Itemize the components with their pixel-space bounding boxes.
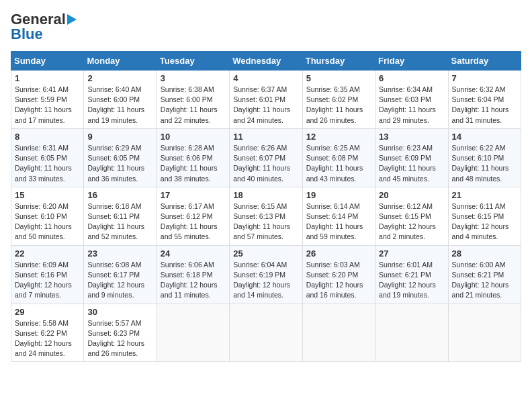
calendar-cell: 16Sunrise: 6:18 AMSunset: 6:11 PMDayligh… <box>84 187 157 245</box>
calendar-table: SundayMondayTuesdayWednesdayThursdayFrid… <box>11 51 521 362</box>
cell-content: Sunrise: 6:11 AMSunset: 6:15 PMDaylight:… <box>452 201 517 242</box>
calendar-cell: 4Sunrise: 6:37 AMSunset: 6:01 PMDaylight… <box>230 71 302 129</box>
day-number: 21 <box>452 190 517 200</box>
calendar-cell: 17Sunrise: 6:17 AMSunset: 6:12 PMDayligh… <box>157 187 229 245</box>
day-number: 26 <box>306 248 371 259</box>
day-number: 28 <box>452 248 517 259</box>
cell-content: Sunrise: 5:57 AMSunset: 6:23 PMDaylight:… <box>87 318 152 359</box>
cell-content: Sunrise: 6:03 AMSunset: 6:20 PMDaylight:… <box>306 260 371 301</box>
calendar-cell: 10Sunrise: 6:28 AMSunset: 6:06 PMDayligh… <box>157 128 229 187</box>
day-number: 12 <box>306 132 371 142</box>
day-header-sunday: Sunday <box>11 52 84 71</box>
day-number: 27 <box>379 248 444 259</box>
day-number: 3 <box>161 73 226 83</box>
calendar-cell: 22Sunrise: 6:09 AMSunset: 6:16 PMDayligh… <box>11 245 84 304</box>
calendar-cell <box>448 304 521 362</box>
day-number: 5 <box>306 73 371 83</box>
calendar-cell: 23Sunrise: 6:08 AMSunset: 6:17 PMDayligh… <box>84 245 157 304</box>
cell-content: Sunrise: 6:17 AMSunset: 6:12 PMDaylight:… <box>161 201 226 242</box>
calendar-cell: 1Sunrise: 6:41 AMSunset: 5:59 PMDaylight… <box>11 71 84 129</box>
cell-content: Sunrise: 6:32 AMSunset: 6:04 PMDaylight:… <box>452 85 517 126</box>
cell-content: Sunrise: 6:34 AMSunset: 6:03 PMDaylight:… <box>379 85 444 126</box>
day-number: 6 <box>379 73 444 83</box>
calendar-cell: 2Sunrise: 6:40 AMSunset: 6:00 PMDaylight… <box>84 71 157 129</box>
cell-content: Sunrise: 6:40 AMSunset: 6:00 PMDaylight:… <box>87 85 152 126</box>
day-number: 29 <box>15 307 80 317</box>
cell-content: Sunrise: 6:00 AMSunset: 6:21 PMDaylight:… <box>452 260 517 301</box>
day-number: 11 <box>233 132 298 142</box>
logo-arrow-icon <box>67 14 77 25</box>
calendar-cell: 29Sunrise: 5:58 AMSunset: 6:22 PMDayligh… <box>11 304 84 362</box>
day-number: 1 <box>15 73 80 83</box>
day-number: 30 <box>87 307 152 317</box>
day-number: 13 <box>379 132 444 142</box>
day-number: 4 <box>233 73 298 83</box>
calendar-cell: 18Sunrise: 6:15 AMSunset: 6:13 PMDayligh… <box>230 187 302 245</box>
cell-content: Sunrise: 6:08 AMSunset: 6:17 PMDaylight:… <box>87 260 152 301</box>
cell-content: Sunrise: 6:41 AMSunset: 5:59 PMDaylight:… <box>15 85 80 126</box>
day-number: 8 <box>15 132 80 142</box>
day-number: 23 <box>87 248 152 259</box>
cell-content: Sunrise: 6:04 AMSunset: 6:19 PMDaylight:… <box>233 260 298 301</box>
calendar-week-4: 22Sunrise: 6:09 AMSunset: 6:16 PMDayligh… <box>11 245 521 304</box>
cell-content: Sunrise: 6:01 AMSunset: 6:21 PMDaylight:… <box>379 260 444 301</box>
cell-content: Sunrise: 6:29 AMSunset: 6:05 PMDaylight:… <box>87 143 152 184</box>
cell-content: Sunrise: 6:15 AMSunset: 6:13 PMDaylight:… <box>233 201 298 242</box>
calendar-week-5: 29Sunrise: 5:58 AMSunset: 6:22 PMDayligh… <box>11 304 521 362</box>
calendar-cell <box>375 304 448 362</box>
calendar-week-1: 1Sunrise: 6:41 AMSunset: 5:59 PMDaylight… <box>11 71 521 129</box>
calendar-cell: 6Sunrise: 6:34 AMSunset: 6:03 PMDaylight… <box>375 71 448 129</box>
day-number: 20 <box>379 190 444 200</box>
calendar-cell: 12Sunrise: 6:25 AMSunset: 6:08 PMDayligh… <box>302 128 375 187</box>
cell-content: Sunrise: 5:58 AMSunset: 6:22 PMDaylight:… <box>15 318 80 359</box>
logo: General Blue <box>11 11 77 43</box>
cell-content: Sunrise: 6:35 AMSunset: 6:02 PMDaylight:… <box>306 85 371 126</box>
calendar-cell: 19Sunrise: 6:14 AMSunset: 6:14 PMDayligh… <box>302 187 375 245</box>
calendar-header: SundayMondayTuesdayWednesdayThursdayFrid… <box>11 52 521 71</box>
calendar-cell: 13Sunrise: 6:23 AMSunset: 6:09 PMDayligh… <box>375 128 448 187</box>
day-header-thursday: Thursday <box>302 52 375 71</box>
calendar-cell: 11Sunrise: 6:26 AMSunset: 6:07 PMDayligh… <box>230 128 302 187</box>
page-header: General Blue <box>11 11 521 43</box>
logo-blue: Blue <box>11 26 43 43</box>
day-number: 17 <box>161 190 226 200</box>
calendar-cell: 28Sunrise: 6:00 AMSunset: 6:21 PMDayligh… <box>448 245 521 304</box>
calendar-cell <box>230 304 302 362</box>
cell-content: Sunrise: 6:14 AMSunset: 6:14 PMDaylight:… <box>306 201 371 242</box>
day-number: 18 <box>233 190 298 200</box>
day-header-monday: Monday <box>84 52 157 71</box>
day-header-saturday: Saturday <box>448 52 521 71</box>
day-number: 14 <box>452 132 517 142</box>
cell-content: Sunrise: 6:20 AMSunset: 6:10 PMDaylight:… <box>15 201 80 242</box>
calendar-cell: 25Sunrise: 6:04 AMSunset: 6:19 PMDayligh… <box>230 245 302 304</box>
day-header-tuesday: Tuesday <box>157 52 229 71</box>
cell-content: Sunrise: 6:25 AMSunset: 6:08 PMDaylight:… <box>306 143 371 184</box>
calendar-week-3: 15Sunrise: 6:20 AMSunset: 6:10 PMDayligh… <box>11 187 521 245</box>
day-number: 24 <box>161 248 226 259</box>
day-number: 10 <box>161 132 226 142</box>
calendar-cell: 26Sunrise: 6:03 AMSunset: 6:20 PMDayligh… <box>302 245 375 304</box>
cell-content: Sunrise: 6:06 AMSunset: 6:18 PMDaylight:… <box>161 260 226 301</box>
day-header-friday: Friday <box>375 52 448 71</box>
day-header-wednesday: Wednesday <box>230 52 302 71</box>
cell-content: Sunrise: 6:09 AMSunset: 6:16 PMDaylight:… <box>15 260 80 301</box>
cell-content: Sunrise: 6:22 AMSunset: 6:10 PMDaylight:… <box>452 143 517 184</box>
cell-content: Sunrise: 6:23 AMSunset: 6:09 PMDaylight:… <box>379 143 444 184</box>
calendar-cell <box>157 304 229 362</box>
day-number: 25 <box>233 248 298 259</box>
cell-content: Sunrise: 6:26 AMSunset: 6:07 PMDaylight:… <box>233 143 298 184</box>
day-number: 16 <box>87 190 152 200</box>
calendar-cell: 27Sunrise: 6:01 AMSunset: 6:21 PMDayligh… <box>375 245 448 304</box>
calendar-cell: 30Sunrise: 5:57 AMSunset: 6:23 PMDayligh… <box>84 304 157 362</box>
header-row: SundayMondayTuesdayWednesdayThursdayFrid… <box>11 52 521 71</box>
calendar-cell: 14Sunrise: 6:22 AMSunset: 6:10 PMDayligh… <box>448 128 521 187</box>
day-number: 7 <box>452 73 517 83</box>
day-number: 19 <box>306 190 371 200</box>
calendar-cell: 24Sunrise: 6:06 AMSunset: 6:18 PMDayligh… <box>157 245 229 304</box>
calendar-cell: 9Sunrise: 6:29 AMSunset: 6:05 PMDaylight… <box>84 128 157 187</box>
cell-content: Sunrise: 6:12 AMSunset: 6:15 PMDaylight:… <box>379 201 444 242</box>
day-number: 9 <box>87 132 152 142</box>
calendar-week-2: 8Sunrise: 6:31 AMSunset: 6:05 PMDaylight… <box>11 128 521 187</box>
day-number: 2 <box>87 73 152 83</box>
calendar-body: 1Sunrise: 6:41 AMSunset: 5:59 PMDaylight… <box>11 71 521 362</box>
